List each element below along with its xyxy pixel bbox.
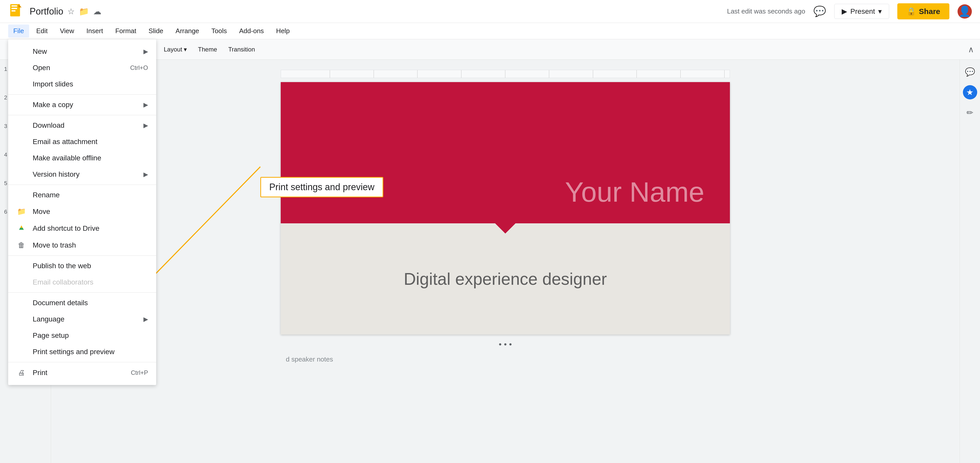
trash-icon: 🗑 bbox=[16, 241, 27, 249]
menu-item-addons[interactable]: Add-ons bbox=[234, 24, 269, 38]
menu-item-slide[interactable]: Slide bbox=[143, 24, 169, 38]
canvas-area: Your Name Digital experience designer • … bbox=[51, 60, 959, 463]
theme-label: Theme bbox=[198, 46, 217, 53]
app-logo bbox=[8, 3, 24, 20]
layout-button[interactable]: Layout ▾ bbox=[160, 44, 191, 55]
right-panel-star-icon[interactable]: ★ bbox=[963, 85, 977, 100]
language-chevron: ▶ bbox=[143, 316, 148, 323]
menu-item-file[interactable]: File bbox=[8, 24, 29, 38]
menu-make-copy[interactable]: Make a copy ▶ bbox=[8, 97, 156, 113]
menu-section-3: Download ▶ Email as attachment Make avai… bbox=[8, 115, 156, 185]
menu-section-6: Document details Language ▶ Page setup P… bbox=[8, 293, 156, 362]
present-dropdown-icon[interactable]: ▾ bbox=[878, 7, 882, 16]
new-label: New bbox=[33, 48, 47, 55]
menu-publish-web[interactable]: Publish to the web bbox=[8, 258, 156, 274]
transition-button[interactable]: Transition bbox=[224, 44, 259, 55]
print-settings-label: Print settings and preview bbox=[33, 348, 115, 356]
right-panel: 💬 ★ ✏ bbox=[959, 60, 980, 463]
menu-email-collaborators: Email collaborators bbox=[8, 274, 156, 290]
share-button[interactable]: 🔒 Share bbox=[897, 3, 950, 19]
menu-import-slides[interactable]: Import slides bbox=[8, 76, 156, 92]
title-bar: Portfolio ☆ 📁 ☁ Last edit was seconds ag… bbox=[0, 0, 980, 23]
menu-item-tools[interactable]: Tools bbox=[206, 24, 232, 38]
share-label: Share bbox=[919, 7, 940, 16]
menu-section-1: New ▶ Open Ctrl+O Import slides bbox=[8, 41, 156, 95]
collaborators-label: Email collaborators bbox=[33, 278, 94, 286]
print-shortcut: Ctrl+P bbox=[131, 369, 148, 376]
layout-label: Layout bbox=[164, 46, 182, 53]
user-avatar[interactable]: 👤 bbox=[958, 4, 972, 19]
menu-section-5: Publish to the web Email collaborators bbox=[8, 256, 156, 293]
menu-download[interactable]: Download ▶ bbox=[8, 117, 156, 133]
move-label: Move bbox=[33, 208, 50, 216]
layout-dropdown: ▾ bbox=[184, 46, 187, 53]
toolbar-collapse-btn[interactable]: ∧ bbox=[968, 44, 974, 54]
menu-rename[interactable]: Rename bbox=[8, 187, 156, 203]
transition-label: Transition bbox=[228, 46, 255, 53]
menu-item-insert[interactable]: Insert bbox=[81, 24, 108, 38]
menu-move-trash[interactable]: 🗑 Move to trash bbox=[8, 237, 156, 254]
print-label: Print bbox=[33, 369, 48, 377]
main-slide: Your Name Digital experience designer bbox=[281, 82, 730, 335]
menu-item-arrange[interactable]: Arrange bbox=[170, 24, 204, 38]
menu-open[interactable]: Open Ctrl+O bbox=[8, 60, 156, 76]
slide-bottom-section: Digital experience designer bbox=[281, 224, 730, 335]
right-panel-edit-icon[interactable]: ✏ bbox=[963, 106, 977, 120]
folder-icon[interactable]: 📁 bbox=[79, 6, 89, 16]
menu-item-format[interactable]: Format bbox=[110, 24, 142, 38]
cloud-icon[interactable]: ☁ bbox=[93, 6, 101, 16]
menu-add-shortcut[interactable]: Add shortcut to Drive bbox=[8, 220, 156, 237]
offline-label: Make available offline bbox=[33, 154, 101, 162]
theme-button[interactable]: Theme bbox=[194, 44, 221, 55]
print-icon: 🖨 bbox=[16, 368, 27, 377]
page-setup-label: Page setup bbox=[33, 331, 69, 339]
title-icons: ☆ 📁 ☁ bbox=[67, 6, 101, 16]
doc-title[interactable]: Portfolio bbox=[30, 6, 63, 17]
lock-icon: 🔒 bbox=[907, 7, 916, 16]
drive-icon bbox=[16, 224, 27, 233]
avatar-image: 👤 bbox=[958, 5, 971, 17]
svg-marker-4 bbox=[18, 4, 22, 7]
new-chevron: ▶ bbox=[143, 48, 148, 55]
slide-name-text: Your Name bbox=[565, 176, 704, 208]
menu-bar: File Edit View Insert Format Slide Arran… bbox=[0, 23, 980, 39]
move-trash-label: Move to trash bbox=[33, 241, 76, 249]
svg-rect-2 bbox=[11, 8, 17, 9]
svg-rect-1 bbox=[11, 5, 17, 6]
present-icon: ▶ bbox=[842, 7, 847, 16]
copy-chevron: ▶ bbox=[143, 101, 148, 108]
menu-item-help[interactable]: Help bbox=[271, 24, 295, 38]
menu-item-view[interactable]: View bbox=[55, 24, 80, 38]
annotation-tooltip-text: Print settings and preview bbox=[269, 182, 374, 192]
download-label: Download bbox=[33, 121, 65, 130]
menu-doc-details[interactable]: Document details bbox=[8, 295, 156, 311]
publish-label: Publish to the web bbox=[33, 262, 91, 270]
star-icon[interactable]: ☆ bbox=[67, 6, 75, 16]
menu-section-4: Rename 📁 Move Add shortcut to Drive 🗑 Mo… bbox=[8, 185, 156, 256]
menu-move[interactable]: 📁 Move bbox=[8, 203, 156, 220]
right-panel-chat-icon[interactable]: 💬 bbox=[963, 65, 977, 79]
file-dropdown-menu: New ▶ Open Ctrl+O Import slides Make a c… bbox=[8, 39, 156, 385]
language-label: Language bbox=[33, 315, 65, 323]
download-chevron: ▶ bbox=[143, 122, 148, 129]
menu-version-history[interactable]: Version history ▶ bbox=[8, 166, 156, 182]
menu-new[interactable]: New ▶ bbox=[8, 43, 156, 60]
svg-rect-3 bbox=[11, 10, 16, 11]
email-label: Email as attachment bbox=[33, 138, 97, 146]
make-copy-label: Make a copy bbox=[33, 101, 73, 109]
menu-email-attachment[interactable]: Email as attachment bbox=[8, 133, 156, 150]
menu-make-offline[interactable]: Make available offline bbox=[8, 150, 156, 166]
last-edit-text: Last edit was seconds ago bbox=[727, 7, 805, 15]
ruler bbox=[281, 70, 730, 78]
menu-print[interactable]: 🖨 Print Ctrl+P bbox=[8, 364, 156, 381]
notes-area[interactable]: d speaker notes bbox=[281, 349, 730, 369]
menu-item-edit[interactable]: Edit bbox=[31, 24, 53, 38]
slide-subtitle-text: Digital experience designer bbox=[404, 269, 607, 289]
add-shortcut-label: Add shortcut to Drive bbox=[33, 224, 99, 233]
svg-line-5 bbox=[151, 167, 260, 279]
chat-button[interactable]: 💬 bbox=[813, 5, 826, 17]
menu-language[interactable]: Language ▶ bbox=[8, 311, 156, 327]
menu-page-setup[interactable]: Page setup bbox=[8, 327, 156, 344]
present-button[interactable]: ▶ Present ▾ bbox=[834, 4, 889, 19]
menu-print-settings[interactable]: Print settings and preview bbox=[8, 344, 156, 360]
